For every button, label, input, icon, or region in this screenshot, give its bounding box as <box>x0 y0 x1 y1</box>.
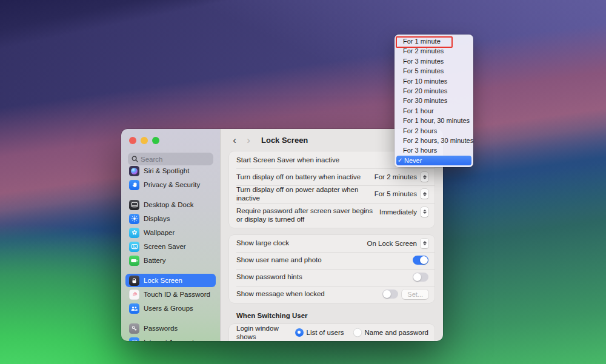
search-icon <box>132 154 138 165</box>
search-placeholder: Search <box>141 156 162 163</box>
desktop-dock-icon <box>129 200 139 210</box>
stepper-icon[interactable] <box>421 239 428 248</box>
sidebar-item-users-groups[interactable]: Users & Groups <box>125 302 216 315</box>
row-login-window-shows: Login window shows List of users Name an… <box>229 324 435 342</box>
radio-selected-icon[interactable] <box>295 328 304 337</box>
stepper-value: For 2 minutes <box>375 173 417 180</box>
sidebar-nav: Siri & Spotlight Privacy & Security Desk… <box>125 164 216 341</box>
traffic-lights <box>129 137 159 144</box>
row-label: Start Screen Saver when inactive <box>236 156 339 164</box>
sidebar-item-internet-accounts[interactable]: @ Internet Accounts <box>125 336 216 341</box>
wallpaper-flower-icon <box>129 228 139 238</box>
row-label: Show message when locked <box>236 290 325 298</box>
row-label: Turn display off on battery when inactiv… <box>236 173 361 181</box>
sidebar-item-screen-saver[interactable]: Screen Saver <box>125 240 216 253</box>
stepper-icon[interactable] <box>421 207 428 217</box>
menu-item[interactable]: For 1 hour <box>395 106 473 116</box>
menu-item[interactable]: For 3 minutes <box>395 56 473 66</box>
row-label: Turn display off on power adapter when i… <box>236 185 375 203</box>
sidebar-item-wallpaper[interactable]: Wallpaper <box>125 226 216 239</box>
menu-item[interactable]: For 5 minutes <box>395 66 473 76</box>
annotation-box <box>396 36 453 48</box>
settings-group-lockscreen-options: Show large clock On Lock Screen Show use… <box>229 235 435 303</box>
sidebar-item-siri-spotlight[interactable]: Siri & Spotlight <box>125 164 216 177</box>
row-label: Show user name and photo <box>236 256 322 264</box>
sidebar: Search Siri & Spotlight Privacy & Securi… <box>121 129 220 341</box>
row-display-off-battery: Turn display off on battery when inactiv… <box>229 168 435 185</box>
search-input[interactable]: Search <box>128 153 213 165</box>
battery-icon <box>129 256 139 266</box>
row-display-off-power: Turn display off on power adapter when i… <box>229 185 435 203</box>
zoom-button[interactable] <box>152 137 159 144</box>
sidebar-item-lock-screen[interactable]: Lock Screen <box>125 274 216 287</box>
menu-item[interactable]: For 2 hours <box>395 126 473 136</box>
touch-id-icon <box>129 290 139 300</box>
sidebar-item-privacy-security[interactable]: Privacy & Security <box>125 178 216 191</box>
menu-item[interactable]: For 3 hours <box>395 145 473 155</box>
menu-item[interactable]: For 2 hours, 30 minutes <box>395 136 473 145</box>
row-show-password-hints: Show password hints <box>229 269 435 286</box>
toggle-show-user-name[interactable] <box>413 256 428 265</box>
sidebar-item-desktop-dock[interactable]: Desktop & Dock <box>125 198 216 211</box>
displays-sun-icon <box>129 214 139 224</box>
stepper-value: On Lock Screen <box>367 240 417 247</box>
sidebar-item-touch-id-password[interactable]: Touch ID & Password <box>125 288 216 301</box>
menu-item[interactable]: For 10 minutes <box>395 76 473 86</box>
menu-item-label: Never <box>404 156 422 165</box>
row-label: Login window shows <box>236 324 295 342</box>
radio-group: List of users Name and password <box>295 328 428 337</box>
lock-icon <box>129 276 139 286</box>
screen-saver-icon <box>129 242 139 252</box>
row-show-user-name-photo: Show user name and photo <box>229 252 435 269</box>
sidebar-item-battery[interactable]: Battery <box>125 254 216 267</box>
stepper-value: Immediately <box>379 208 417 216</box>
sidebar-item-passwords[interactable]: Passwords <box>125 322 216 335</box>
privacy-hand-icon <box>129 180 139 190</box>
stepper-value: For 5 minutes <box>375 190 417 197</box>
settings-group-switching-user: Login window shows List of users Name an… <box>229 324 435 342</box>
sidebar-item-displays[interactable]: Displays <box>125 212 216 225</box>
users-icon <box>129 303 139 314</box>
row-require-password: Require password after screen saver begi… <box>229 203 435 228</box>
minimize-button[interactable] <box>141 137 148 144</box>
close-button[interactable] <box>129 137 136 144</box>
back-chevron-icon[interactable]: ‹ <box>230 135 239 145</box>
key-icon <box>129 323 139 334</box>
radio-unselected-icon[interactable] <box>353 328 362 337</box>
row-label: Show large clock <box>236 239 289 247</box>
at-icon: @ <box>129 337 139 342</box>
page-title: Lock Screen <box>261 136 308 145</box>
row-label: Require password after screen saver begi… <box>236 207 379 224</box>
toggle-show-message[interactable] <box>382 290 398 299</box>
section-header: When Switching User <box>236 312 435 319</box>
settings-content: Start Screen Saver when inactive Turn di… <box>221 151 443 341</box>
forward-chevron-icon: › <box>244 135 253 145</box>
stepper-icon[interactable] <box>421 189 428 199</box>
menu-item-selected[interactable]: ✓ Never <box>396 156 471 165</box>
row-show-large-clock: Show large clock On Lock Screen <box>229 235 435 252</box>
set-message-button[interactable]: Set... <box>402 290 428 299</box>
menu-item[interactable]: For 20 minutes <box>395 86 473 96</box>
radio-list-of-users[interactable]: List of users <box>295 328 344 337</box>
stepper-icon[interactable] <box>421 172 428 182</box>
menu-item[interactable]: For 30 minutes <box>395 96 473 105</box>
row-label: Show password hints <box>236 273 302 281</box>
menu-item[interactable]: For 1 hour, 30 minutes <box>395 116 473 125</box>
checkmark-icon: ✓ <box>398 156 403 165</box>
row-show-message-locked: Show message when locked Set... <box>229 286 435 303</box>
siri-icon <box>129 166 139 176</box>
desktop-wallpaper: Search Siri & Spotlight Privacy & Securi… <box>0 0 606 364</box>
toggle-password-hints[interactable] <box>413 273 428 282</box>
radio-name-and-password[interactable]: Name and password <box>353 328 428 337</box>
screensaver-duration-menu: For 1 minute For 2 minutes For 3 minutes… <box>395 35 473 167</box>
